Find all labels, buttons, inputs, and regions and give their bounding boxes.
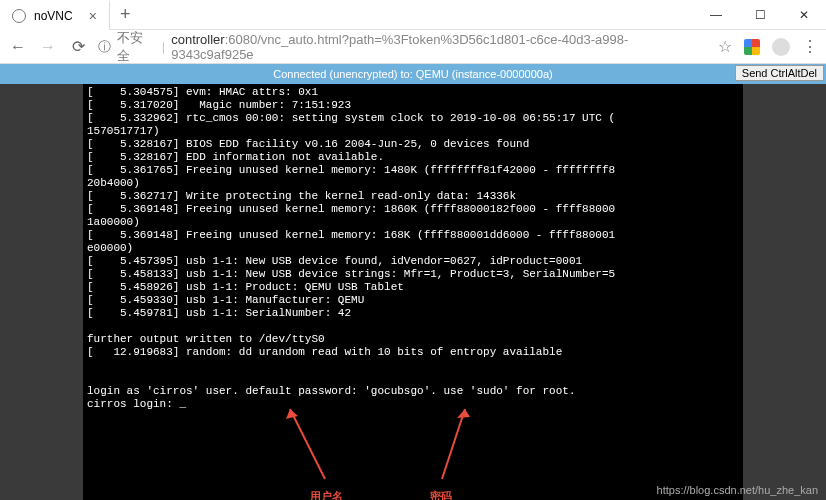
window-controls: ― ☐ ✕	[694, 0, 826, 30]
annotation-password: 密码	[430, 489, 452, 500]
menu-icon[interactable]: ⋮	[802, 37, 818, 56]
terminal-output[interactable]: [ 5.304575] evm: HMAC attrs: 0x1 [ 5.317…	[83, 84, 743, 500]
url-input[interactable]: ⓘ 不安全 | controller:6080/vnc_auto.html?pa…	[98, 29, 708, 65]
globe-icon	[12, 9, 26, 23]
new-tab-button[interactable]: +	[110, 4, 141, 25]
profile-avatar[interactable]	[772, 38, 790, 56]
google-apps-icon[interactable]	[744, 39, 760, 55]
arrow-password-icon	[430, 404, 480, 494]
url-path: :6080/vnc_auto.html?path=%3Ftoken%3D56c1…	[171, 32, 628, 62]
svg-marker-3	[457, 409, 470, 418]
browser-tab[interactable]: noVNC ×	[0, 0, 110, 30]
watermark: https://blog.csdn.net/hu_zhe_kan	[657, 484, 818, 496]
svg-line-2	[442, 409, 465, 479]
vnc-viewport[interactable]: [ 5.304575] evm: HMAC attrs: 0x1 [ 5.317…	[0, 84, 826, 500]
close-window-button[interactable]: ✕	[782, 0, 826, 30]
tab-title: noVNC	[34, 9, 73, 23]
address-bar: ← → ⟳ ⓘ 不安全 | controller:6080/vnc_auto.h…	[0, 30, 826, 64]
back-button[interactable]: ←	[8, 38, 28, 56]
close-tab-icon[interactable]: ×	[89, 8, 97, 24]
bookmark-icon[interactable]: ☆	[718, 37, 732, 56]
svg-marker-1	[286, 409, 298, 419]
titlebar: noVNC × + ― ☐ ✕	[0, 0, 826, 30]
svg-line-0	[290, 409, 325, 479]
send-ctrlaltdel-button[interactable]: Send CtrlAltDel	[735, 65, 824, 81]
reload-button[interactable]: ⟳	[68, 37, 88, 56]
maximize-button[interactable]: ☐	[738, 0, 782, 30]
forward-button[interactable]: →	[38, 38, 58, 56]
vnc-status-bar: Connected (unencrypted) to: QEMU (instan…	[0, 64, 826, 84]
url-host: controller	[171, 32, 224, 47]
annotation-username: 用户名	[310, 489, 343, 500]
security-label: 不安全	[117, 29, 156, 65]
security-icon: ⓘ	[98, 38, 111, 56]
vnc-status-text: Connected (unencrypted) to: QEMU (instan…	[273, 68, 552, 80]
minimize-button[interactable]: ―	[694, 0, 738, 30]
arrow-username-icon	[280, 404, 340, 494]
